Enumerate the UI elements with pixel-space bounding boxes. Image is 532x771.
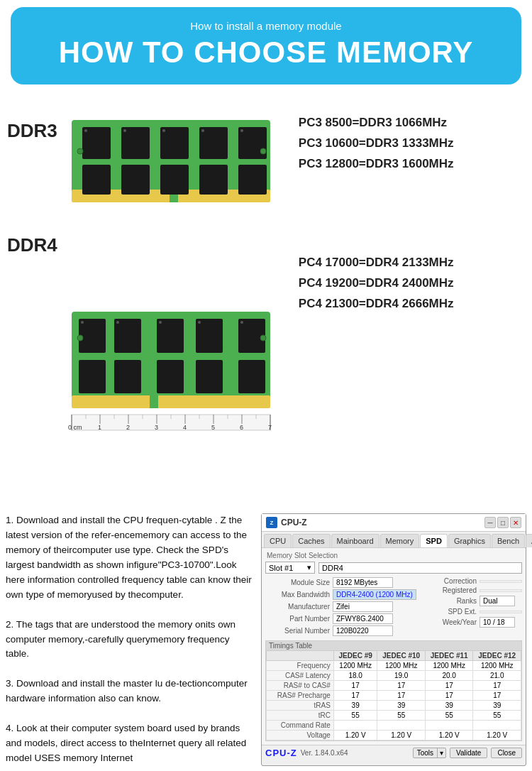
part-number-label: Part Number <box>265 615 333 623</box>
timing-tras-j10: 39 <box>377 701 426 711</box>
timings-header-row: JEDEC #9 JEDEC #10 JEDEC #11 JEDEC #12 <box>267 651 521 661</box>
week-year-row: Week/Year 10 / 18 <box>440 617 522 628</box>
tab-spd[interactable]: SPD <box>420 534 448 547</box>
maximize-button[interactable]: □ <box>497 517 509 528</box>
registered-value <box>480 589 522 592</box>
timing-cmd-j10 <box>377 721 426 731</box>
timing-freq-j12: 1200 MHz <box>473 661 521 671</box>
svg-text:5: 5 <box>211 424 215 431</box>
timing-rascas-j9: 17 <box>333 681 377 691</box>
svg-point-9 <box>123 129 126 132</box>
slot-select[interactable]: Slot #1 ▾ <box>265 562 315 574</box>
cpuz-spd-body: Memory Slot Selection Slot #1 ▾ DDR4 Mod… <box>262 548 526 745</box>
timing-raspre-j9: 17 <box>333 691 377 701</box>
timing-row-trc: tRC 55 55 55 55 <box>267 711 521 721</box>
validate-button[interactable]: Validate <box>450 748 487 758</box>
timing-cas-j10: 19.0 <box>377 671 426 681</box>
timing-raspre-j10: 17 <box>377 691 426 701</box>
timing-freq-j11: 1200 MHz <box>425 661 473 671</box>
timing-cas-j12: 21.0 <box>473 671 521 681</box>
minimize-button[interactable]: ─ <box>484 517 496 528</box>
timing-freq-j10: 1200 MHz <box>377 661 426 671</box>
svg-rect-35 <box>157 360 184 393</box>
max-bandwidth-label: Max Bandwidth <box>265 591 333 598</box>
timing-cmd-j12 <box>473 721 521 731</box>
tab-graphics[interactable]: Graphics <box>448 534 491 547</box>
svg-rect-25 <box>157 319 184 353</box>
timing-label-trc: tRC <box>267 711 334 721</box>
svg-rect-34 <box>114 360 141 393</box>
module-size-row: Module Size 8192 MBytes <box>265 577 438 588</box>
timing-volt-j9: 1.20 V <box>333 731 377 740</box>
ddr4-label: DDR4 <box>7 234 57 256</box>
svg-rect-4 <box>121 127 150 159</box>
main-content: 1. Download and install the CPU frequen-… <box>0 513 532 771</box>
ram-diagram: 0 cm 1 2 3 4 5 6 7 <box>65 106 284 506</box>
timings-col-jedec10: JEDEC #10 <box>377 651 426 661</box>
svg-rect-16 <box>199 165 228 195</box>
header-title: HOW TO CHOOSE MEMORY <box>25 36 507 69</box>
timing-row-cas: CAS# Latency 18.0 19.0 20.0 21.0 <box>267 671 521 681</box>
memory-slot-section-label: Memory Slot Selection <box>265 552 522 559</box>
timing-rascas-j12: 17 <box>473 681 521 691</box>
ddr3-spec-3: PC3 12800=DDR3 1600MHz <box>299 154 525 175</box>
svg-point-19 <box>260 148 266 154</box>
tools-group[interactable]: Tools ▾ <box>413 748 446 758</box>
timing-label-cas: CAS# Latency <box>267 671 334 681</box>
timing-row-ras-cas: RAS# to CAS# 17 17 17 17 <box>267 681 521 691</box>
svg-text:2: 2 <box>126 424 130 431</box>
timing-tras-j11: 39 <box>425 701 473 711</box>
close-button[interactable]: ✕ <box>510 517 521 528</box>
ddr4-spec-1: PC4 17000=DDR4 2133MHz <box>299 253 525 273</box>
timing-label-ras-pre: RAS# Precharge <box>267 691 334 701</box>
ranks-label: Ranks <box>440 597 480 605</box>
svg-point-18 <box>77 148 83 154</box>
spd-ext-label: SPD Ext. <box>440 608 480 616</box>
close-window-button[interactable]: Close <box>491 748 522 758</box>
part-number-value: ZFWY8G.2400 <box>333 613 393 624</box>
tools-label: Tools <box>414 748 437 758</box>
svg-point-10 <box>162 129 165 132</box>
timing-label-tras: tRAS <box>267 701 334 711</box>
timing-label-voltage: Voltage <box>267 731 334 740</box>
tab-about[interactable]: About <box>526 534 532 547</box>
svg-text:0 cm: 0 cm <box>68 424 82 431</box>
timing-tras-j9: 39 <box>333 701 377 711</box>
cpuz-logo: CPU-Z <box>265 748 297 758</box>
tab-caches[interactable]: Caches <box>292 534 330 547</box>
timing-raspre-j11: 17 <box>425 691 473 701</box>
cpuz-window-controls: ─ □ ✕ <box>484 517 521 528</box>
timing-row-cmd-rate: Command Rate <box>267 721 521 731</box>
timings-tbody: Frequency 1200 MHz 1200 MHz 1200 MHz 120… <box>267 661 521 740</box>
ranks-value: Dual <box>480 596 515 606</box>
header-banner: How to install a memory module HOW TO CH… <box>11 7 521 84</box>
timing-cas-j11: 20.0 <box>425 671 473 681</box>
timing-label-frequency: Frequency <box>267 661 334 671</box>
timing-rascas-j10: 17 <box>377 681 426 691</box>
svg-rect-22 <box>150 395 158 408</box>
tab-memory[interactable]: Memory <box>380 534 420 547</box>
tools-dropdown-arrow[interactable]: ▾ <box>437 748 445 758</box>
serial-number-label: Serial Number <box>265 627 333 635</box>
memory-labels: DDR3 DDR4 <box>7 106 57 256</box>
slot-dropdown-arrow: ▾ <box>307 563 311 572</box>
svg-rect-36 <box>196 360 223 393</box>
ddr4-specs: PC4 17000=DDR4 2133MHz PC4 19200=DDR4 24… <box>299 253 525 315</box>
timing-row-frequency: Frequency 1200 MHz 1200 MHz 1200 MHz 120… <box>267 661 521 671</box>
timings-col-label <box>267 651 334 661</box>
timing-label-cmd-rate: Command Rate <box>267 721 334 731</box>
cpuz-titlebar: Z CPU-Z ─ □ ✕ <box>262 514 526 532</box>
svg-text:6: 6 <box>240 424 243 431</box>
header-subtitle: How to install a memory module <box>25 20 507 32</box>
timing-trc-j9: 55 <box>333 711 377 721</box>
timings-table: JEDEC #9 JEDEC #10 JEDEC #11 JEDEC #12 F… <box>266 650 521 740</box>
tab-mainboard[interactable]: Mainboard <box>331 534 379 547</box>
ranks-row: Ranks Dual <box>440 596 522 606</box>
timing-row-ras-precharge: RAS# Precharge 17 17 17 17 <box>267 691 521 701</box>
svg-text:3: 3 <box>155 424 158 431</box>
cpuz-title-left: Z CPU-Z <box>266 517 307 528</box>
timings-col-jedec9: JEDEC #9 <box>333 651 377 661</box>
tab-cpu[interactable]: CPU <box>264 534 292 547</box>
timing-row-voltage: Voltage 1.20 V 1.20 V 1.20 V 1.20 V <box>267 731 521 740</box>
tab-bench[interactable]: Bench <box>492 534 525 547</box>
